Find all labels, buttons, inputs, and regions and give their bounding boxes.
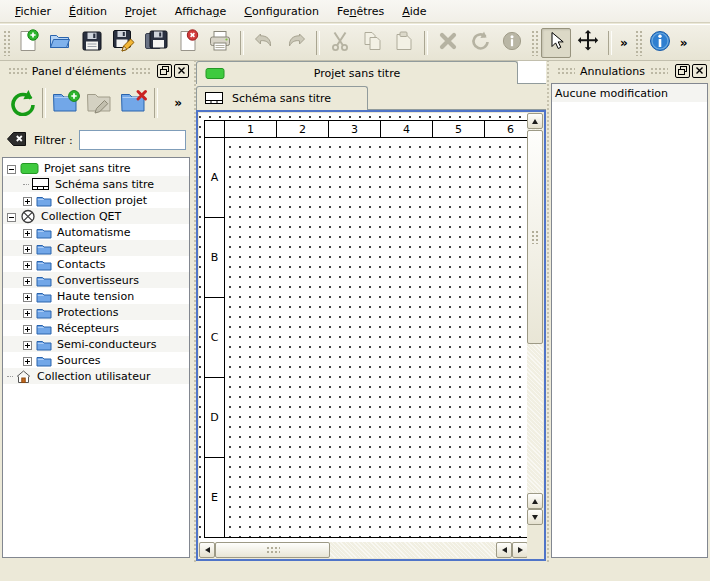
tree-item-collection-qet[interactable]: Collection QET [3,208,189,224]
expand-expander-icon[interactable] [23,308,32,317]
close-panel-button[interactable] [174,64,189,78]
copy-button[interactable] [357,28,387,58]
expand-expander-icon[interactable] [23,276,32,285]
undo-panel-title: Annulations [580,65,645,78]
float-panel-button[interactable] [675,64,690,78]
undo-panel-titlebar[interactable]: Annulations [549,61,710,81]
paste-icon [393,30,415,55]
tree-item-sources[interactable]: Sources [3,352,189,368]
tab-projet-sans-titre[interactable]: Projet sans titre [196,61,518,84]
close-panel-button[interactable] [692,64,707,78]
panel-toolbar-overflow-button[interactable]: » [170,96,186,110]
status-bar [0,562,710,581]
tree-item-collection-projet[interactable]: Collection projet [3,192,189,208]
save-all-button[interactable] [141,28,171,58]
folder-icon [36,354,52,367]
menu-fichier[interactable]: Fichier [6,2,60,21]
expand-expander-icon[interactable] [23,228,32,237]
print-button[interactable] [205,28,235,58]
open-file-button[interactable] [45,28,75,58]
expand-expander-icon[interactable] [23,324,32,333]
menu-aide[interactable]: Aide [393,2,435,21]
filter-input[interactable] [79,130,186,150]
delete-button[interactable] [433,28,463,58]
undo-list-item[interactable]: Aucune modification [552,84,707,102]
float-panel-button[interactable] [157,64,172,78]
menu-edition[interactable]: Édition [60,2,116,21]
scroll-left-button[interactable] [199,542,215,558]
new-category-button[interactable] [49,86,83,120]
save-button[interactable] [77,28,107,58]
element-info-button[interactable] [497,28,527,58]
toolbar-overflow-button[interactable]: » [616,36,632,50]
expand-expander-icon[interactable] [23,196,32,205]
horizontal-scrollbar[interactable] [199,542,528,558]
edit-category-button[interactable] [83,86,117,120]
close-icon [177,65,186,78]
expand-expander-icon[interactable] [23,356,32,365]
toolbar-grip[interactable] [531,30,538,56]
elements-panel-toolbar: » [0,81,192,125]
scroll-up-button[interactable] [527,493,543,509]
elements-panel-titlebar[interactable]: Panel d'éléments [0,61,192,81]
schema-tab-bar: Schéma sans titre [196,84,546,110]
clear-filter-button[interactable] [6,130,28,151]
collapse-expander-icon[interactable] [7,164,16,173]
selection-mode-button[interactable] [541,28,571,58]
new-file-button[interactable] [13,28,43,58]
row-header: D [204,377,225,458]
thumb-grip [531,230,539,244]
tree-item-project[interactable]: Projet sans titre [3,160,189,176]
scroll-down-button[interactable] [527,509,543,525]
menu-projet[interactable]: Projet [116,2,166,21]
collapse-expander-icon[interactable] [7,212,16,221]
tree-item-capteurs[interactable]: Capteurs [3,240,189,256]
tree-item-contacts[interactable]: Contacts [3,256,189,272]
tree-item-automatisme[interactable]: Automatisme [3,224,189,240]
scroll-up-button[interactable] [527,113,543,129]
titlebar-texture [650,67,668,75]
toolbar-overflow-button[interactable]: » [676,36,692,50]
vertical-scrollbar-thumb[interactable] [527,130,543,344]
delete-category-button[interactable] [117,86,151,120]
elements-tree: Projet sans titre Schéma sans titre Coll… [2,157,190,558]
expand-expander-icon[interactable] [23,260,32,269]
expand-expander-icon[interactable] [23,292,32,301]
toolbar-separator [316,31,320,55]
toolbar-grip[interactable] [3,30,10,56]
paste-button[interactable] [389,28,419,58]
toolbar-grip[interactable] [635,30,642,56]
redo-button[interactable] [281,28,311,58]
frame-border [204,120,527,538]
tree-item-convertisseurs[interactable]: Convertisseurs [3,272,189,288]
menu-fenetres[interactable]: Fenêtres [328,2,393,21]
cut-button[interactable] [325,28,355,58]
expand-expander-icon[interactable] [23,244,32,253]
undo-history-list[interactable]: Aucune modification [551,83,708,558]
about-button[interactable] [645,28,675,58]
scroll-right-button[interactable] [512,542,528,558]
menu-affichage[interactable]: Affichage [166,2,236,21]
tree-item-haute-tension[interactable]: Haute tension [3,288,189,304]
tree-item-protections[interactable]: Protections [3,304,189,320]
tree-item-semi-conducteurs[interactable]: Semi-conducteurs [3,336,189,352]
expand-expander-icon[interactable] [23,340,32,349]
tree-item-recepteurs[interactable]: Récepteurs [3,320,189,336]
row-header: B [204,217,225,298]
reload-collections-button[interactable] [5,86,39,120]
horizontal-scrollbar-thumb[interactable] [215,542,330,558]
save-all-icon [144,29,168,56]
rotate-button[interactable] [465,28,495,58]
menu-configuration[interactable]: Configuration [235,2,328,21]
save-as-button[interactable] [109,28,139,58]
pan-mode-button[interactable] [573,28,603,58]
vertical-scrollbar[interactable] [527,113,543,525]
diagram-view[interactable]: 1 2 3 4 5 6 A B C D E [196,110,546,561]
scroll-left-button[interactable] [496,542,512,558]
diagram-canvas[interactable]: 1 2 3 4 5 6 A B C D E [199,113,527,542]
undo-button[interactable] [249,28,279,58]
tab-schema-sans-titre[interactable]: Schéma sans titre [196,86,368,110]
close-file-button[interactable] [173,28,203,58]
tree-item-schema[interactable]: Schéma sans titre [3,176,189,192]
tree-item-collection-utilisateur[interactable]: Collection utilisateur [3,368,189,384]
